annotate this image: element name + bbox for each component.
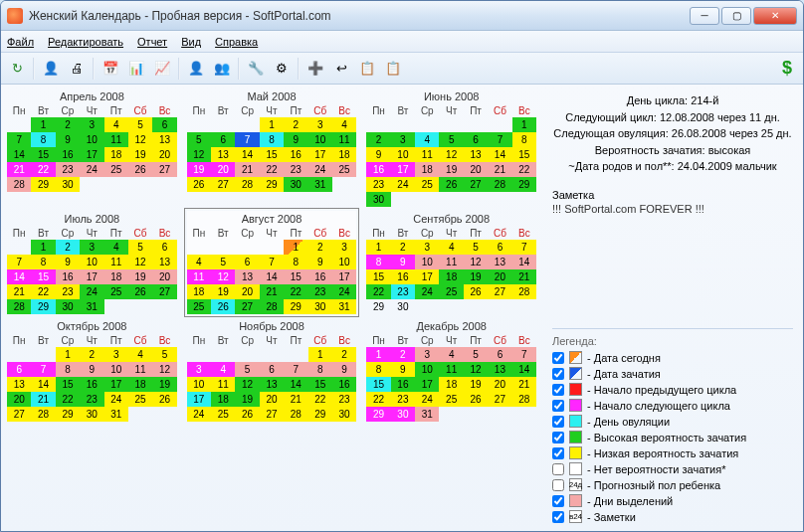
legend-checkbox[interactable] [552,352,564,364]
clip1-icon[interactable]: 📋 [355,57,379,81]
day-cell[interactable]: 15 [56,377,80,392]
day-cell[interactable]: 4 [439,240,463,255]
day-cell[interactable]: 28 [235,177,259,192]
day-cell[interactable]: 31 [308,177,332,192]
add-icon[interactable]: ➕ [303,57,327,81]
day-cell[interactable]: 20 [464,162,488,177]
day-cell[interactable]: 5 [464,240,488,255]
day-cell[interactable]: 14 [7,269,31,284]
minimize-button[interactable]: ─ [690,7,719,25]
day-cell[interactable]: 3 [415,240,439,255]
day-cell[interactable]: 14 [512,362,536,377]
day-cell[interactable]: 27 [152,284,176,299]
day-cell[interactable]: 12 [235,377,259,392]
day-cell[interactable]: 18 [187,284,211,299]
day-cell[interactable]: 11 [104,255,128,269]
day-cell[interactable]: 20 [152,147,176,162]
day-cell[interactable]: 1 [308,347,332,362]
day-cell[interactable]: 6 [152,117,176,132]
day-cell[interactable]: 29 [56,407,80,422]
day-cell[interactable]: 6 [488,240,511,255]
day-cell[interactable]: 19 [152,377,176,392]
day-cell[interactable]: 14 [31,377,55,392]
day-cell[interactable]: 19 [211,284,235,299]
day-cell[interactable]: 30 [391,299,415,314]
day-cell[interactable]: 17 [415,377,439,392]
day-cell[interactable]: 24 [80,284,103,299]
day-cell[interactable]: 6 [211,132,235,147]
day-cell[interactable]: 26 [187,177,211,192]
day-cell[interactable]: 29 [512,177,536,192]
day-cell[interactable]: 24 [308,162,332,177]
day-cell[interactable]: 24 [415,392,439,407]
day-cell[interactable]: 25 [332,162,356,177]
day-cell[interactable]: 19 [439,162,463,177]
day-cell[interactable]: 16 [366,162,390,177]
day-cell[interactable]: 10 [415,362,439,377]
day-cell[interactable]: 21 [512,269,536,284]
day-cell[interactable]: 12 [152,362,176,377]
day-cell[interactable]: 22 [308,392,332,407]
day-cell[interactable]: 12 [128,255,152,269]
day-cell[interactable]: 6 [464,132,488,147]
day-cell[interactable]: 2 [391,347,415,362]
day-cell[interactable]: 9 [56,132,80,147]
day-cell[interactable]: 4 [439,347,463,362]
day-cell[interactable]: 30 [80,407,103,422]
day-cell[interactable]: 29 [260,177,284,192]
day-cell[interactable]: 8 [56,362,80,377]
day-cell[interactable]: 28 [31,407,55,422]
day-cell[interactable]: 13 [152,255,176,269]
day-cell[interactable]: 3 [80,117,103,132]
day-cell[interactable]: 21 [512,377,536,392]
day-cell[interactable]: 8 [31,255,55,269]
day-cell[interactable]: 23 [56,284,80,299]
day-cell[interactable]: 24 [80,162,103,177]
day-cell[interactable]: 15 [366,377,390,392]
day-cell[interactable]: 15 [366,269,390,284]
day-cell[interactable]: 22 [31,284,55,299]
day-cell[interactable]: 22 [366,392,390,407]
day-cell[interactable]: 25 [439,284,463,299]
legend-checkbox[interactable] [552,495,564,507]
day-cell[interactable]: 26 [128,162,152,177]
day-cell[interactable]: 9 [391,362,415,377]
day-cell[interactable]: 19 [128,269,152,284]
day-cell[interactable]: 9 [332,362,356,377]
day-cell[interactable]: 24 [104,392,128,407]
day-cell[interactable]: 7 [512,240,536,255]
day-cell[interactable]: 16 [56,269,80,284]
day-cell[interactable]: 27 [235,299,259,314]
day-cell[interactable]: 8 [308,362,332,377]
day-cell[interactable]: 27 [260,407,284,422]
day-cell[interactable]: 18 [332,147,356,162]
day-cell[interactable]: 4 [104,117,128,132]
day-cell[interactable]: 1 [56,347,80,362]
day-cell[interactable]: 5 [128,240,152,255]
day-cell[interactable]: 9 [80,362,103,377]
day-cell[interactable]: 9 [366,147,390,162]
day-cell[interactable]: 29 [366,407,390,422]
menu-file[interactable]: Файл [7,36,34,48]
tools-icon[interactable]: 🔧 [244,57,268,81]
day-cell[interactable]: 4 [332,117,356,132]
day-cell[interactable]: 2 [56,240,80,255]
day-cell[interactable]: 26 [128,284,152,299]
day-cell[interactable]: 30 [332,407,356,422]
day-cell[interactable]: 4 [187,255,211,269]
day-cell[interactable]: 3 [308,117,332,132]
day-cell[interactable]: 5 [235,362,259,377]
day-cell[interactable]: 16 [391,269,415,284]
day-cell[interactable]: 10 [332,255,356,269]
day-cell[interactable]: 5 [211,255,235,269]
day-cell[interactable]: 24 [332,284,356,299]
day-cell[interactable]: 29 [308,407,332,422]
day-cell[interactable]: 20 [260,392,284,407]
day-cell[interactable]: 23 [332,392,356,407]
day-cell[interactable]: 28 [512,392,536,407]
day-cell[interactable]: 6 [7,362,31,377]
day-cell[interactable]: 7 [260,255,284,269]
day-cell[interactable]: 10 [308,132,332,147]
day-cell[interactable]: 19 [464,377,488,392]
day-cell[interactable]: 31 [415,407,439,422]
